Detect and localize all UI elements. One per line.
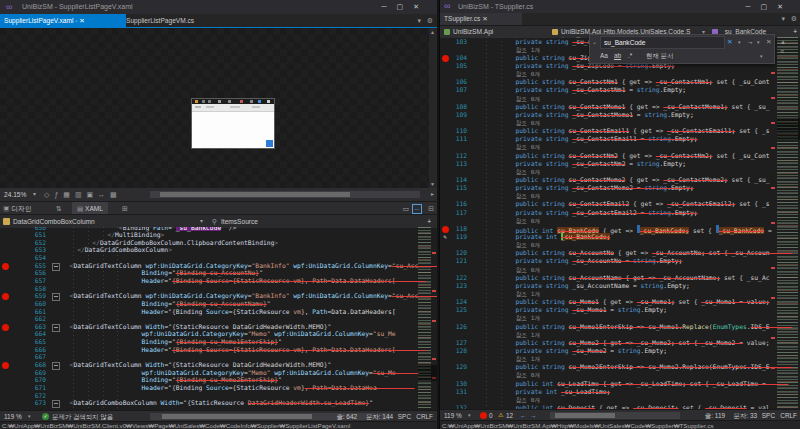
line-number[interactable]: 661	[10, 308, 50, 316]
breakpoint-gutter[interactable]	[440, 95, 450, 103]
breakpoint-gutter[interactable]	[440, 274, 450, 282]
line-number[interactable]: 111	[450, 135, 470, 143]
line-number[interactable]: 667	[10, 353, 50, 361]
xaml-editor[interactable]: 650<Binding Path="_su_BankCode" />651</M…	[0, 227, 437, 410]
zoom-dropdown-icon[interactable]: ▾	[33, 188, 36, 201]
breakpoint-dot[interactable]	[0, 361, 10, 369]
tab-supplierlistpagev-xaml[interactable]: SupplierListPageV.xaml ◦ ✕	[0, 14, 126, 27]
line-number[interactable]: 123	[450, 282, 470, 290]
breakpoint-gutter[interactable]	[440, 217, 450, 225]
breakpoint-gutter[interactable]	[440, 396, 450, 404]
find-next-icon[interactable]: →	[747, 35, 754, 49]
close-button[interactable]: ✕	[413, 3, 429, 10]
csharp-editor[interactable]: 102public string su_Addr2 { get103privat…	[440, 37, 800, 409]
find-input[interactable]: su_BankCode	[600, 36, 725, 49]
line-number[interactable]	[450, 331, 470, 339]
breakpoint-gutter[interactable]	[0, 285, 10, 293]
breakpoint-gutter[interactable]	[440, 323, 450, 331]
breakpoint-gutter[interactable]	[440, 103, 450, 111]
breakpoint-gutter[interactable]	[440, 86, 450, 94]
line-number[interactable]: 114	[450, 176, 470, 184]
line-number[interactable]: 115	[450, 184, 470, 192]
breakpoint-gutter[interactable]	[440, 62, 450, 70]
line-number[interactable]: 109	[450, 111, 470, 119]
match-case-toggle[interactable]: Aa	[600, 49, 608, 63]
pin-icon[interactable]: ◦	[75, 18, 77, 24]
line-number[interactable]: 127	[450, 339, 470, 347]
breakpoint-gutter[interactable]	[0, 277, 10, 285]
line-number[interactable]: 670	[10, 376, 50, 384]
line-number[interactable]: 671	[10, 384, 50, 392]
designer-toolbar-icons[interactable]: ◇ƒ▦▥▣↔▩	[44, 188, 122, 201]
line-number[interactable]	[450, 266, 470, 274]
breakpoint-gutter[interactable]	[440, 176, 450, 184]
line-number[interactable]	[450, 95, 470, 103]
line-number[interactable]: 121	[450, 257, 470, 265]
scroll-up-icon[interactable]: ▲	[430, 29, 435, 35]
line-number[interactable]: 103	[450, 38, 470, 46]
line-number[interactable]: 130	[450, 380, 470, 388]
line-number[interactable]: 672	[10, 392, 50, 400]
breakpoint-gutter[interactable]	[0, 300, 10, 308]
breakpoint-gutter[interactable]	[440, 298, 450, 306]
line-number[interactable]: 126	[450, 323, 470, 331]
breakpoint-gutter[interactable]	[440, 200, 450, 208]
line-number[interactable]	[450, 168, 470, 176]
edit-pencil-icon[interactable]: ✎	[440, 233, 450, 241]
line-number[interactable]: 659	[10, 292, 50, 300]
tab-list-dropdown-icon[interactable]: ▾	[781, 13, 785, 25]
line-number[interactable]: 120	[450, 249, 470, 257]
breakpoint-gutter[interactable]	[440, 46, 450, 54]
line-number[interactable]: 113	[450, 160, 470, 168]
line-number[interactable]	[450, 119, 470, 127]
breakpoint-gutter[interactable]	[0, 346, 10, 354]
tab-list-dropdown-icon[interactable]: ▾	[417, 14, 421, 27]
line-number[interactable]	[450, 290, 470, 298]
line-number[interactable]: 112	[450, 152, 470, 160]
fold-toggle[interactable]	[50, 292, 62, 300]
line-number[interactable]	[450, 217, 470, 225]
breakpoint-gutter[interactable]	[0, 392, 10, 400]
fold-toggle[interactable]	[50, 262, 62, 270]
line-number[interactable]: 651	[10, 231, 50, 239]
line-number[interactable]	[450, 241, 470, 249]
close-button[interactable]: ✕	[777, 3, 793, 10]
breakpoint-gutter[interactable]	[440, 160, 450, 168]
breakpoint-gutter[interactable]	[0, 384, 10, 392]
match-word-toggle[interactable]: ab	[614, 49, 621, 63]
breakpoint-gutter[interactable]	[440, 314, 450, 322]
breakpoint-gutter[interactable]	[440, 371, 450, 379]
line-number[interactable]: 673	[10, 399, 50, 407]
designer-vscrollbar[interactable]: ▲ ▼	[429, 28, 437, 188]
line-number[interactable]: 665	[10, 338, 50, 346]
line-number[interactable]: 122	[450, 274, 470, 282]
line-number[interactable]: 657	[10, 277, 50, 285]
line-number[interactable]: 116	[450, 200, 470, 208]
breakpoint-gutter[interactable]	[440, 290, 450, 298]
breakpoint-gutter[interactable]	[440, 257, 450, 265]
breakpoint-gutter[interactable]	[440, 249, 450, 257]
breakpoint-gutter[interactable]	[440, 78, 450, 86]
designer-window-preview[interactable]	[191, 98, 275, 149]
line-number[interactable]: 104	[450, 54, 470, 62]
clear-search-icon[interactable]: ✕	[727, 35, 733, 49]
breakpoint-gutter[interactable]	[440, 209, 450, 217]
minimize-button[interactable]: ─	[382, 3, 397, 10]
breakpoint-gutter[interactable]	[440, 70, 450, 78]
fold-toggle[interactable]	[50, 361, 62, 369]
line-number[interactable]: 117	[450, 209, 470, 217]
line-number[interactable]: 656	[10, 269, 50, 277]
breakpoint-gutter[interactable]	[0, 369, 10, 377]
breakpoint-gutter[interactable]	[440, 111, 450, 119]
breakpoint-gutter[interactable]	[0, 254, 10, 262]
line-number[interactable]: 128	[450, 347, 470, 355]
breakpoint-gutter[interactable]	[440, 143, 450, 151]
editor-hscrollbar[interactable]	[550, 412, 680, 419]
breakpoint-gutter[interactable]	[440, 380, 450, 388]
line-number[interactable]: 652	[10, 239, 50, 247]
breakpoint-gutter[interactable]	[440, 363, 450, 371]
line-number[interactable]	[450, 143, 470, 151]
tab-options-gear-icon[interactable]: ⚙	[427, 14, 433, 27]
breakpoint-dot[interactable]	[0, 292, 10, 300]
line-number[interactable]: 668	[10, 361, 50, 369]
